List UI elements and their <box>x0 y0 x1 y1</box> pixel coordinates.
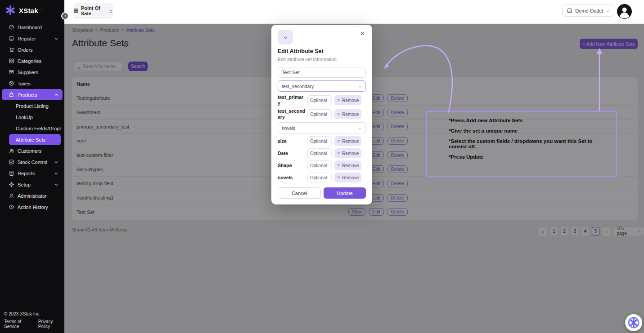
attribute-row: test_primaryOptional✕Remove <box>278 94 366 106</box>
attribute-row: DateOptional✕Remove <box>278 148 366 158</box>
remove-label: Remove <box>342 151 359 156</box>
sidebar-item-label: Product Listing <box>16 103 49 109</box>
register-icon <box>9 36 14 41</box>
store-icon <box>567 8 572 13</box>
optional-select[interactable]: Optional <box>307 160 332 170</box>
sidebar-item-label: Suppliers <box>18 70 38 75</box>
sidebar-item-products[interactable]: Products <box>2 89 63 100</box>
products-icon <box>9 92 14 98</box>
optional-select-value: Optional <box>310 139 327 144</box>
attribute-name-label: test_secondary <box>278 108 307 120</box>
x-icon: ✕ <box>337 151 341 155</box>
sidebar-item-label: Administrator <box>18 193 47 199</box>
sidebar-item-setup[interactable]: Setup <box>2 179 63 190</box>
grid-icon <box>73 8 79 13</box>
reports-icon <box>9 170 14 176</box>
optional-select[interactable]: Optional <box>307 148 332 158</box>
remove-attribute-button[interactable]: ✕Remove <box>334 160 361 170</box>
sidebar-item-customers[interactable]: Customers <box>2 145 63 156</box>
sidebar-item-label: Setup <box>18 182 31 187</box>
remove-attribute-button[interactable]: ✕Remove <box>334 148 361 158</box>
chevron-down-icon <box>54 171 59 176</box>
dropdowns-select[interactable]: novels <box>278 122 366 133</box>
optional-select-value: Optional <box>310 163 327 168</box>
attribute-name-label: Date <box>278 151 307 156</box>
optional-select[interactable]: Optional <box>307 173 332 182</box>
sidebar-item-administrator[interactable]: Administrator <box>2 190 63 201</box>
sidebar-item-label: Action History <box>18 204 48 210</box>
attribute-rows-secondary: sizeOptional✕RemoveDateOptional✕RemoveSh… <box>278 136 366 182</box>
remove-attribute-button[interactable]: ✕Remove <box>334 136 361 146</box>
annotation-note: *Press Add new Attribute Sets*Give the s… <box>426 111 617 177</box>
brand-name: XStak <box>19 7 38 14</box>
attribute-name-label: size <box>278 138 307 144</box>
chevron-down-icon <box>358 126 362 130</box>
update-button[interactable]: Update <box>324 187 366 199</box>
sidebar-item-label: Register <box>18 36 36 41</box>
collapse-chip-button[interactable] <box>278 30 293 44</box>
cancel-button[interactable]: Cancel <box>278 187 321 199</box>
optional-select[interactable]: Optional <box>307 109 332 119</box>
outlet-label: Demo Outlet <box>575 8 603 13</box>
attribute-row: sizeOptional✕Remove <box>278 136 366 146</box>
sidebar-item-dashboard[interactable]: Dashboard <box>2 22 63 33</box>
sidebar-item-custom-fields-dropd[interactable]: Custom Fields/DropD... <box>9 123 61 134</box>
sidebar-item-reports[interactable]: Reports <box>2 168 63 179</box>
categories-icon <box>9 58 14 64</box>
sidebar-item-action-history[interactable]: Action History <box>2 201 63 213</box>
sidebar-item-categories[interactable]: Categories <box>2 55 63 67</box>
attribute-row: ShapeOptional✕Remove <box>278 160 366 170</box>
chevron-down-icon <box>606 9 610 13</box>
sidebar-item-label: Attribute Sets <box>16 137 45 142</box>
sidebar-item-taxes[interactable]: Taxes <box>2 78 63 89</box>
chevron-down-icon <box>327 164 329 167</box>
close-icon[interactable]: ✕ <box>359 30 366 37</box>
stock-icon <box>9 159 14 165</box>
attribute-set-name-input[interactable] <box>278 67 366 78</box>
remove-label: Remove <box>342 98 359 103</box>
sidebar-collapse-toggle[interactable]: ‹› <box>61 12 69 20</box>
pos-tab-label: Point Of Sale <box>81 5 107 16</box>
xstak-widget-button[interactable] <box>625 314 642 331</box>
remove-attribute-button[interactable]: ✕Remove <box>334 95 361 105</box>
orders-icon <box>9 47 14 53</box>
attribute-row: test_secondaryOptional✕Remove <box>278 108 366 120</box>
sidebar-item-stock-control[interactable]: Stock Control <box>2 156 63 168</box>
remove-attribute-button[interactable]: ✕Remove <box>334 173 361 182</box>
custom-fields-select[interactable]: test_secondary <box>278 80 366 92</box>
sidebar-item-lookup[interactable]: LookUp <box>9 111 61 123</box>
annotation-line: *Press Add new Attribute Sets <box>449 118 612 123</box>
app-switcher-pos-tab[interactable]: Point Of Sale <box>73 3 113 19</box>
annotation-line: *Press Update <box>449 154 612 160</box>
optional-select-value: Optional <box>310 98 327 103</box>
optional-select-value: Optional <box>310 175 327 180</box>
sidebar-item-product-listing[interactable]: Product Listing <box>9 100 61 111</box>
modal-subtitle: Edit attribute set information <box>278 57 366 62</box>
chevron-down-icon <box>327 151 329 155</box>
footer-link-privacy[interactable]: Privacy Policy <box>38 319 62 329</box>
chevron-down-icon <box>283 35 288 40</box>
edit-attribute-set-modal: ✕ Edit Attribute Set Edit attribute set … <box>271 25 372 204</box>
sort-icon <box>109 9 113 13</box>
sidebar-item-attribute-sets[interactable]: Attribute Sets <box>9 134 61 145</box>
x-icon: ✕ <box>337 163 341 168</box>
footer-links: Terms of ServicePrivacy Policy <box>4 319 62 329</box>
outlet-selector[interactable]: Demo Outlet <box>562 4 614 17</box>
remove-attribute-button[interactable]: ✕Remove <box>334 109 361 119</box>
footer-link-terms[interactable]: Terms of Service <box>4 319 32 329</box>
modal-title: Edit Attribute Set <box>278 48 366 54</box>
sidebar-item-suppliers[interactable]: Suppliers <box>2 67 63 78</box>
sidebar-item-orders[interactable]: Orders <box>2 44 63 55</box>
optional-select[interactable]: Optional <box>307 136 332 146</box>
optional-select-value: Optional <box>310 151 327 156</box>
sidebar-item-label: Custom Fields/DropD... <box>16 126 61 131</box>
sidebar-item-label: Customers <box>18 148 41 154</box>
sidebar-item-register[interactable]: Register <box>2 33 63 44</box>
annotation-line: *Select the custom fields / dropdowns yo… <box>449 138 612 149</box>
sidebar-footer: © 2023 XStak Inc. Terms of ServicePrivac… <box>0 308 64 333</box>
optional-select[interactable]: Optional <box>307 95 332 105</box>
chevron-down-icon <box>327 176 329 179</box>
user-avatar[interactable] <box>617 4 632 19</box>
annotation-line: *Give the set a unique name <box>449 128 612 133</box>
attribute-rows-primary: test_primaryOptional✕Removetest_secondar… <box>278 94 366 120</box>
